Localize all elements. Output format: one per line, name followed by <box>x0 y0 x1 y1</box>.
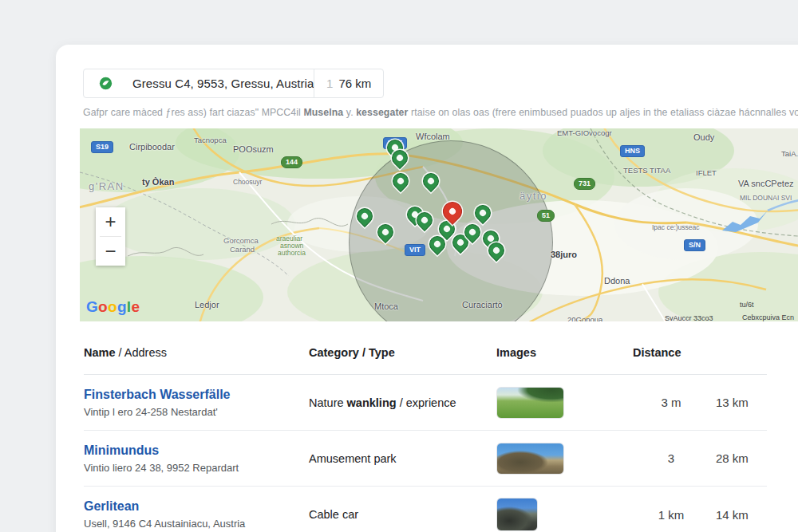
map-marker-green[interactable] <box>389 170 412 192</box>
header-name-address: Name / Address <box>84 346 309 359</box>
header-distance: Distance <box>633 346 709 359</box>
map-label: Mtoca <box>374 301 398 311</box>
place-address: Vintio liero 24 38, 9952 Repardart <box>84 462 309 474</box>
map-label: POOsuzm <box>233 144 274 154</box>
place-address: Vintip l ero 24-258 Nestardat' <box>84 406 309 418</box>
road-shield-badge: S/N <box>684 239 705 251</box>
map-label: IFLET <box>696 168 717 177</box>
map-label: Cirpiboodar <box>129 142 175 152</box>
map-marker-green[interactable] <box>354 205 376 227</box>
distance-primary: 1 km <box>633 508 709 522</box>
page-description: Gafpr care màced ƒres ass) fart ciazas" … <box>83 107 798 118</box>
row-image[interactable] <box>496 443 564 475</box>
google-logo[interactable]: Google <box>86 298 140 316</box>
map-marker-green[interactable] <box>472 202 494 224</box>
results-table: Name / Address Category / Type Images Di… <box>84 346 767 532</box>
map-label: Curaciartò <box>462 300 503 309</box>
header-images: Images <box>496 346 633 359</box>
table-row[interactable]: Minimundus Vintio liero 24 38, 9952 Repa… <box>84 431 767 487</box>
distance-secondary: 13 km <box>709 396 767 409</box>
main-card: Gressu C4, 9553, Gressu, Austria 1 76 km… <box>56 45 798 532</box>
distance-secondary: 28 km <box>709 451 767 465</box>
map-label: TESTS TITAA <box>623 166 670 175</box>
row-image[interactable] <box>496 498 538 531</box>
map-attribution-2: Cebxcpuiva Ecn <box>742 313 794 321</box>
row-image[interactable] <box>496 387 564 419</box>
road-shield-badge: HNS <box>620 145 645 157</box>
map-label: Ddona <box>604 276 630 286</box>
map-label: 20Gonoua <box>567 315 602 321</box>
map-label: authorcia <box>278 249 306 257</box>
map-attribution: SvAuccr 33co3 <box>665 314 713 321</box>
place-link[interactable]: Minimundus <box>84 443 309 458</box>
radius-value: 76 km <box>338 77 371 90</box>
map-label: 38juro <box>551 250 577 259</box>
place-link[interactable]: Gerlitean <box>84 499 309 514</box>
distance-primary: 3 <box>633 451 709 465</box>
map[interactable]: EMT-GIOvocogrTacnopcaCirpiboodarPOOsuzmW… <box>80 128 798 321</box>
road-shield-badge: 51 <box>537 210 555 222</box>
map-label: ty Òkan <box>142 177 174 187</box>
place-address: Usell, 9146 C4 Austainiacu, Austria <box>84 518 309 530</box>
map-zoom-control: + − <box>96 207 125 266</box>
header-category-type: Category / Type <box>309 346 496 359</box>
table-row[interactable]: Finsterbach Wasserfälle Vintip l ero 24-… <box>84 375 767 431</box>
place-category: Nature wankling / exprience <box>309 396 496 409</box>
map-marker-green[interactable] <box>420 170 442 192</box>
radius-cursor: 1 <box>326 77 333 90</box>
place-category: Cable car <box>309 508 496 521</box>
map-label: EMT-GIOvocogr <box>557 128 612 137</box>
map-label: Ipac ce:)usseac <box>652 223 700 231</box>
location-pin-icon <box>99 77 113 90</box>
map-label: Oudy <box>693 132 714 142</box>
map-marker-green[interactable] <box>374 221 397 243</box>
map-label: Carand <box>230 245 255 254</box>
map-label: Wfcolam <box>416 132 450 141</box>
map-label: Tacnopca <box>194 136 227 144</box>
radius-control[interactable]: 1 76 km <box>314 77 383 90</box>
location-search[interactable]: Gressu C4, 9553, Gressu, Austria 1 76 km <box>83 69 384 98</box>
table-row[interactable]: Gerlitean Usell, 9146 C4 Austainiacu, Au… <box>84 487 767 532</box>
zoom-in-button[interactable]: + <box>96 207 125 236</box>
map-label: äytio <box>519 190 547 202</box>
map-scale-text: tu/6t <box>740 301 754 309</box>
table-header-row: Name / Address Category / Type Images Di… <box>84 346 767 375</box>
distance-secondary: 14 km <box>709 508 767 522</box>
map-label: MIL DOUNAI SVI <box>740 194 792 202</box>
search-address[interactable]: Gressu C4, 9553, Gressu, Austria <box>132 77 314 90</box>
map-label: TaiA.St <box>781 149 798 158</box>
place-link[interactable]: Finsterbach Wasserfälle <box>84 388 309 402</box>
zoom-out-button[interactable]: − <box>96 237 125 266</box>
map-label: Gorcomca <box>223 236 259 245</box>
map-label: g'RAN <box>89 180 124 192</box>
road-shield-badge: 144 <box>281 156 302 168</box>
map-label: VA sncCPetez <box>738 179 794 188</box>
road-shield-badge: 731 <box>574 178 595 190</box>
map-label: Choosuyr <box>233 178 262 186</box>
map-label: Ledjor <box>195 300 219 309</box>
distance-primary: 3 m <box>633 396 709 409</box>
road-shield-badge: VIT <box>405 244 425 256</box>
road-shield-badge: S19 <box>91 141 113 153</box>
place-category: Amusement park <box>309 452 496 465</box>
